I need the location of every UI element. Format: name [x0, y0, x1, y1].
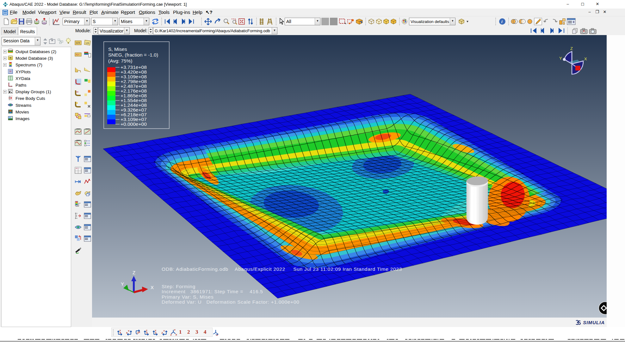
svg-text:Z: Z — [155, 331, 157, 334]
svg-text:xy: xy — [9, 70, 11, 72]
svg-text:SNEG, (fraction = -1.0): SNEG, (fraction = -1.0) — [108, 52, 158, 58]
svg-text:ODB: AdiabaticForming.odb A: ODB: AdiabaticForming.odb Abaqus/Explici… — [162, 266, 402, 272]
svg-text:Y: Y — [163, 330, 165, 332]
svg-text:+0.000e+00: +0.000e+00 — [121, 121, 147, 127]
svg-text:xx: xx — [76, 91, 79, 93]
svg-text:i: i — [501, 19, 503, 24]
svg-text:Z: Z — [570, 46, 573, 51]
svg-text:X: X — [146, 331, 148, 334]
svg-text:Y: Y — [174, 329, 176, 331]
svg-text:Z: Z — [170, 333, 172, 336]
svg-text:X: X — [120, 331, 121, 334]
svg-text:X: X — [151, 285, 154, 290]
svg-text:Y: Y — [121, 281, 124, 287]
svg-text:X: X — [584, 57, 587, 61]
svg-text:123: 123 — [85, 42, 89, 44]
svg-text:Increment 3861971: Step Time: Increment 3861971: Step Time = 416.5 — [162, 289, 263, 294]
svg-text:Y: Y — [559, 56, 562, 61]
svg-text:X: X — [176, 333, 177, 336]
svg-text:Y: Y — [128, 330, 129, 332]
svg-text:S, Mises: S, Mises — [108, 46, 127, 52]
svg-text:Primary Var: S, Mises: Primary Var: S, Mises — [162, 294, 213, 300]
svg-text:(Avg: 75%): (Avg: 75%) — [108, 58, 132, 64]
svg-text:Z: Z — [161, 331, 163, 334]
svg-text:0.1.9: 0.1.9 — [9, 76, 12, 77]
svg-text:Z: Z — [133, 270, 135, 275]
svg-text:X: X — [126, 331, 128, 334]
svg-text:Deformed Var: U Deformation: Deformed Var: U Deformation Scale Factor… — [162, 299, 300, 305]
svg-text:X Y: X Y — [76, 167, 79, 169]
svg-text:Step: Forming: Step: Forming — [162, 284, 195, 289]
svg-text:123: 123 — [76, 41, 80, 44]
svg-text:>L<: >L< — [76, 53, 79, 56]
svg-text:X: X — [139, 331, 140, 334]
